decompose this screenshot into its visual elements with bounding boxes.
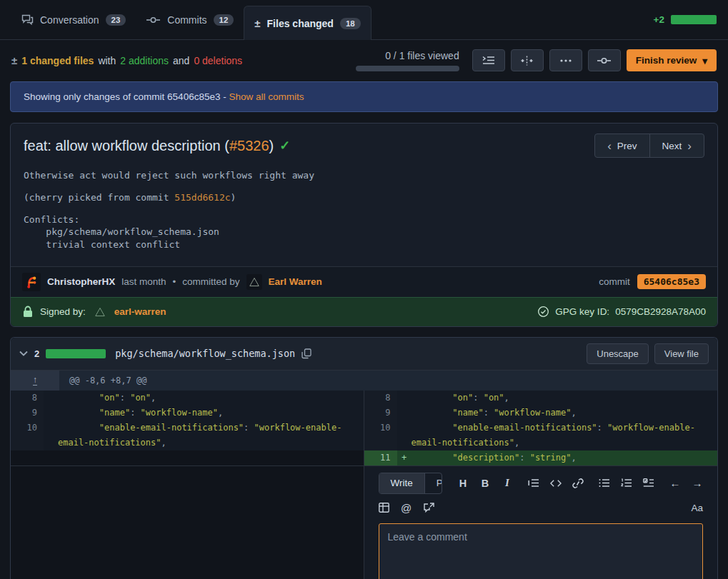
code-punct-token: : [484,408,494,418]
page-title: feat: allow workflow description (#5326)… [24,138,290,154]
file-diff-header: 2 pkg/schema/workflow_schema.json Unesca… [11,338,717,371]
link-icon[interactable] [572,478,584,488]
ci-success-check-icon[interactable]: ✓ [279,138,290,153]
blockquote-icon[interactable] [528,478,539,488]
split-diff: 8 "on": "on",9 "name": "workflow-name",1… [11,391,717,465]
tab-write[interactable]: Write [379,473,425,493]
font-size-icon[interactable]: Aa [691,503,703,513]
diff-code-row: 8 "on": "on", [11,391,364,406]
outdent-arrow-icon[interactable]: ← [669,477,681,489]
diff-sign: + [397,450,412,465]
diff-sign [44,450,58,465]
unescape-button[interactable]: Unescape [587,343,649,364]
commit-pagination: ‹ Prev Next › [594,134,704,158]
line-number[interactable]: 8 [364,391,397,406]
tab-conversation-label: Conversation [40,14,99,26]
mention-icon[interactable]: @ [401,502,412,514]
code-cell: "description": "string", [412,450,718,465]
file-change-count: 2 [34,348,39,359]
unordered-list-icon[interactable] [599,478,610,488]
indent-arrow-icon[interactable]: → [692,477,703,489]
code-punct-token: , [571,453,576,463]
committer-name-link[interactable]: Earl Warren [269,276,322,287]
tab-commits[interactable]: Commits 12 [136,0,244,39]
diff-code-row: 9 "name": "workflow-name", [11,406,364,421]
commit-select-button[interactable] [588,49,621,71]
copy-path-icon[interactable] [301,348,311,359]
finish-review-button[interactable]: Finish review ▾ [627,49,717,71]
committed-by-label: committed by [182,276,239,287]
diff-filler-row [11,450,364,465]
prev-label: Prev [617,141,637,151]
commit-message: Otherwise act would reject such workflow… [11,161,717,266]
commit-message-line: Conflicts: [24,213,704,226]
file-tree-toggle-button[interactable] [472,49,505,71]
code-cell: "name": "workflow-name", [412,406,718,421]
show-all-commits-link[interactable]: Show all commits [229,91,304,102]
toolbar-actions: 0 / 1 files viewed Finish review [356,49,717,71]
table-icon[interactable] [379,503,390,513]
code-punct-token: : [130,408,140,418]
commit-author-row: ChristopherHX last month • committed by … [11,266,717,297]
diff-left-empty-area [11,466,364,579]
code-cell: "on": "on", [412,391,718,406]
commit-card: feat: allow workflow description (#5326)… [10,123,718,327]
commit-title-text: feat: allow workflow description [24,138,224,153]
code-cell: "on": "on", [58,391,364,406]
diff-code-row: 9 "name": "workflow-name", [364,406,718,421]
signer-avatar[interactable] [92,304,108,320]
changed-files-link[interactable]: 1 changed files [21,55,94,66]
gpg-key-group: GPG key ID: 0579CB2928A78A00 [537,306,706,318]
line-number[interactable]: 9 [11,406,44,421]
prev-commit-button[interactable]: ‹ Prev [595,134,649,157]
additions-count: +2 [654,14,664,25]
comment-textarea[interactable] [379,523,704,579]
code-cell: "enable-email-notifications": "workflow-… [412,421,718,450]
code-string-token: "on" [452,393,473,403]
code-punct-token: , [514,438,519,448]
file-diffstat-bar [46,349,106,358]
task-list-icon[interactable] [643,478,654,488]
line-number[interactable]: 10 [364,421,397,450]
code-icon[interactable] [550,479,562,488]
line-number[interactable]: 10 [11,421,44,450]
commit-sha-badge[interactable]: 65406c85e3 [637,274,706,289]
commit-message-line: trivial context conflict [24,238,704,251]
diff-right-column: 8 "on": "on",9 "name": "workflow-name",1… [364,391,718,465]
tab-preview[interactable]: Preview [425,473,442,493]
author-avatar[interactable] [22,273,41,291]
line-number [11,450,44,465]
tab-files-changed[interactable]: ± Files changed 18 [244,6,371,40]
committer-avatar[interactable] [246,274,262,290]
cross-reference-icon[interactable] [423,503,434,513]
tab-conversation[interactable]: Conversation 23 [11,0,136,39]
next-commit-button[interactable]: Next › [650,134,704,157]
heading-icon[interactable]: H [457,478,469,489]
expand-hunk-button[interactable]: ↑ [11,371,59,391]
diff-options-menu-button[interactable] [549,49,582,71]
code-string-token: "name" [452,408,483,418]
dot-separator: • [173,276,176,287]
signed-by-label: Signed by: [40,306,86,317]
commit-sha-group: commit 65406c85e3 [599,274,706,289]
line-number[interactable]: 11 [364,450,397,465]
code-punct-token: : [473,393,483,403]
cherry-pick-commit-link[interactable]: 515dd6612c [174,192,230,203]
pr-tab-bar: Conversation 23 Commits 12 ± Files chang… [0,0,728,40]
italic-icon[interactable]: I [502,477,513,489]
code-string-token: "workflow-name" [494,408,571,418]
view-file-button[interactable]: View file [654,343,709,364]
gpg-key-label: GPG key ID: [555,306,609,317]
issue-number-link[interactable]: #5326 [229,138,269,153]
ordered-list-icon[interactable] [621,478,632,488]
file-actions: Unescape View file [587,343,709,364]
line-number[interactable]: 9 [364,406,397,421]
expand-up-icon: ↑ [33,376,37,386]
author-name-link[interactable]: ChristopherHX [47,276,115,287]
line-number[interactable]: 8 [11,391,44,406]
collapse-chevron-icon[interactable] [19,351,28,356]
signer-name-link[interactable]: earl-warren [114,306,166,317]
bold-icon[interactable]: B [479,478,491,489]
commit-filter-banner: Showing only changes of commit 65406c85e… [10,81,718,112]
split-diff-options-button[interactable] [511,49,544,71]
